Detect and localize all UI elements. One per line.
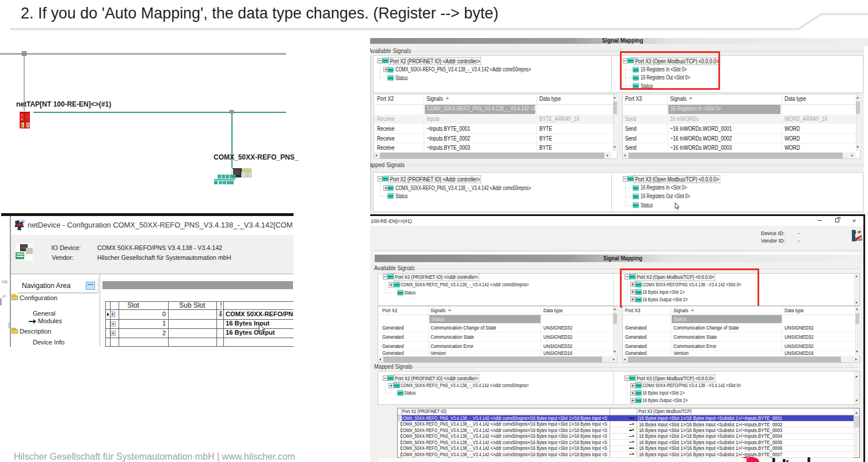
svg-text:FDT: FDT [856,238,862,241]
